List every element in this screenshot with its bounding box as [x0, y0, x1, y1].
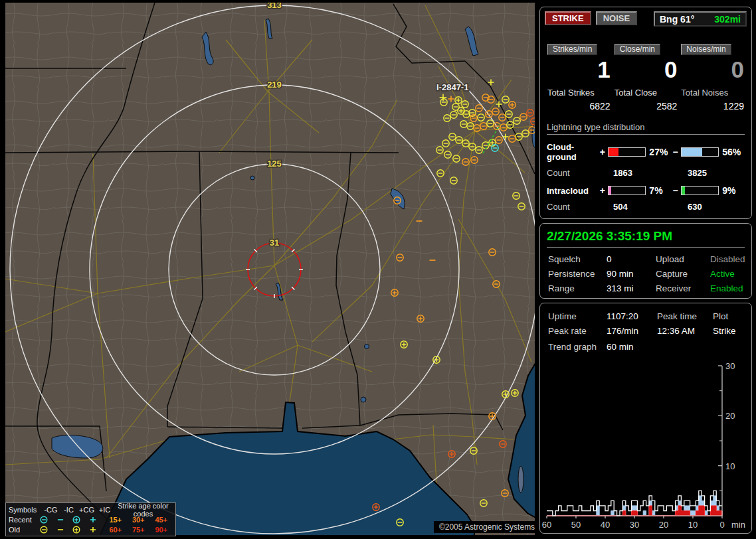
peak-rate-value: 176/min — [607, 326, 657, 336]
upload-label: Upload — [656, 254, 710, 264]
total-noises-label: Total Noises — [681, 88, 744, 98]
total-strikes-value: 6822 — [547, 101, 611, 112]
m-symbol-icon — [55, 525, 66, 534]
plot-value: Strike — [713, 326, 743, 336]
svg-text:0: 0 — [719, 520, 724, 530]
bearing-value: Bng 61° — [660, 14, 694, 25]
cg-positive-bar — [608, 147, 646, 157]
svg-text:40: 40 — [601, 520, 610, 530]
noises-per-min-value: 0 — [681, 57, 744, 82]
strikes-per-min-chip: Strikes/min — [547, 44, 597, 55]
trend-graph: 1020306050403020100min — [541, 359, 750, 530]
svg-text:I-2847-1: I-2847-1 — [436, 82, 468, 92]
status-panel: 2/27/2026 3:35:19 PM Squelch 0 Upload Di… — [539, 223, 752, 299]
datetime-display: 2/27/2026 3:35:19 PM — [540, 224, 751, 247]
receiver-status: Enabled — [710, 283, 745, 293]
lightning-map[interactable]: 12521931331 I-2847-1 Symbols -CG -IC +CG… — [5, 3, 535, 535]
legend-row-recent: Recent15+30+45+ — [9, 514, 173, 524]
svg-text:10: 10 — [725, 461, 735, 471]
total-noises-value: 1229 — [681, 101, 744, 112]
noises-per-min-chip: Noises/min — [681, 44, 731, 55]
total-strikes-label: Total Strikes — [547, 88, 611, 98]
cm-symbol-icon — [39, 515, 49, 524]
ic-positive-bar — [608, 186, 646, 195]
svg-text:20: 20 — [725, 411, 735, 421]
map-legend: Symbols -CG -IC +CG +IC Strike age color… — [5, 502, 176, 536]
cg-negative-count: 3825 — [688, 168, 707, 178]
svg-text:219: 219 — [267, 80, 282, 90]
svg-text:313: 313 — [267, 3, 282, 10]
map-canvas: 12521931331 I-2847-1 — [5, 3, 535, 535]
ic-positive-pct: 7% — [649, 185, 672, 196]
cp-symbol-icon — [71, 525, 82, 534]
noise-mode-button[interactable]: NOISE — [596, 11, 637, 25]
peak-rate-label: Peak rate — [548, 326, 607, 336]
svg-text:50: 50 — [571, 520, 581, 530]
close-per-min-value: 0 — [614, 57, 678, 82]
uptime-value: 1107:20 — [607, 311, 657, 321]
ic-negative-bar — [681, 186, 719, 195]
trend-panel: Uptime 1107:20 Peak time Plot Peak rate … — [539, 303, 752, 534]
svg-text:60: 60 — [542, 520, 551, 530]
squelch-label: Squelch — [548, 254, 607, 264]
persistence-label: Persistence — [548, 269, 607, 279]
cg-positive-pct: 27% — [649, 147, 672, 157]
app-window: 12521931331 I-2847-1 Symbols -CG -IC +CG… — [0, 0, 756, 539]
cg-negative-pct: 56% — [722, 147, 745, 157]
ic-positive-count: 504 — [613, 202, 688, 212]
capture-label: Capture — [656, 269, 710, 279]
squelch-value: 0 — [607, 254, 656, 264]
total-close-label: Total Close — [614, 88, 678, 98]
svg-text:20: 20 — [659, 520, 668, 530]
distribution-title: Lightning type distribution — [547, 122, 745, 135]
svg-text:min: min — [731, 520, 745, 530]
bearing-readout: Bng 61° 302mi — [654, 11, 747, 27]
ic-negative-pct: 9% — [722, 185, 745, 196]
lightning-distribution: Lightning type distribution Cloud-ground… — [540, 122, 751, 212]
cg-negative-bar — [681, 147, 719, 157]
peak-time-label: Peak time — [657, 311, 713, 321]
cm-symbol-icon — [39, 525, 49, 534]
svg-text:10: 10 — [688, 520, 698, 530]
plot-label: Plot — [713, 311, 743, 321]
m-symbol-icon — [55, 515, 66, 524]
strike-mode-button[interactable]: STRIKE — [545, 11, 591, 25]
ic-negative-count: 630 — [688, 202, 702, 212]
legend-row-old: Old60+75+90+ — [9, 524, 173, 534]
distance-value: 302mi — [714, 14, 741, 25]
capture-status: Active — [710, 269, 745, 279]
svg-text:31: 31 — [270, 238, 279, 248]
svg-text:30: 30 — [630, 520, 639, 530]
legend-header: Symbols -CG -IC +CG +IC Strike age color… — [9, 504, 173, 514]
cloud-ground-label: Cloud-ground — [547, 142, 599, 162]
strikes-per-min-value: 1 — [547, 57, 611, 82]
range-label: Range — [548, 283, 607, 293]
copyright-text: ©2005 Astrogenic Systems — [434, 521, 540, 533]
trend-graph-value: 60 min — [607, 342, 743, 352]
cp-symbol-icon — [71, 515, 82, 524]
persistence-value: 90 min — [607, 269, 656, 279]
uptime-label: Uptime — [548, 311, 607, 321]
intracloud-label: Intracloud — [547, 186, 599, 196]
peak-time-value: 12:36 AM — [657, 326, 713, 336]
total-close-value: 2582 — [614, 101, 678, 112]
p-symbol-icon — [88, 525, 98, 534]
p-symbol-icon — [88, 515, 98, 524]
trend-graph-label: Trend graph — [548, 342, 607, 352]
strike-stats-panel: STRIKE NOISE Bng 61° 302mi Strikes/min 1… — [539, 7, 752, 219]
svg-text:30: 30 — [725, 361, 735, 371]
range-value: 313 mi — [607, 283, 656, 293]
receiver-label: Receiver — [656, 283, 710, 293]
legend-symbols-label: Symbols — [9, 506, 42, 514]
svg-text:125: 125 — [267, 159, 282, 169]
upload-status: Disabled — [710, 254, 745, 264]
close-per-min-chip: Close/min — [614, 44, 660, 55]
cg-positive-count: 1863 — [613, 168, 688, 178]
